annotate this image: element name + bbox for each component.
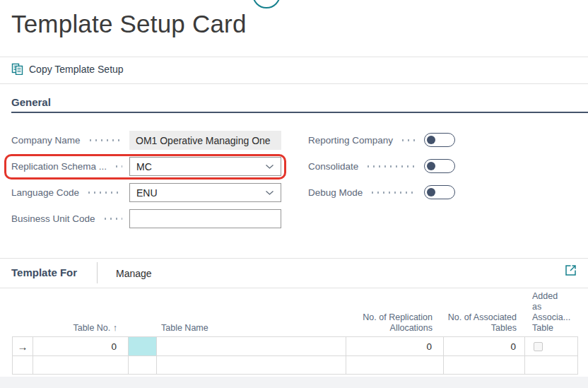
debug-mode-toggle[interactable] [424, 185, 455, 199]
page-title: Template Setup Card [11, 10, 247, 38]
open-in-new-window-icon[interactable] [565, 264, 577, 279]
chevron-down-icon[interactable] [265, 164, 274, 170]
cell-table-no[interactable]: 0 [33, 337, 129, 355]
header-label: as [532, 302, 578, 312]
toggle-knob [427, 162, 435, 170]
language-code-combobox[interactable]: ENU [129, 183, 281, 202]
reporting-company-toggle[interactable] [424, 133, 455, 147]
header-label: Associa... [532, 312, 578, 323]
company-name-field-row: Company Name OM1 Operative Managing One [11, 131, 281, 150]
business-unit-code-label: Business Unit Code [11, 213, 95, 224]
cell-empty [157, 356, 346, 374]
cell-added-as-table[interactable] [525, 337, 578, 355]
page-footer-background [0, 377, 588, 388]
table-header-row: Table No. ↑ Table Name No. of Replicatio… [12, 291, 578, 336]
dotted-leader [114, 165, 122, 167]
divider [0, 83, 588, 84]
toggle-knob [427, 136, 435, 144]
replication-schema-field-row: Replication Schema ... MC [11, 157, 281, 176]
header-label: No. of Replication [346, 312, 433, 323]
copy-template-setup-action[interactable]: Copy Template Setup [11, 63, 124, 75]
business-unit-code-field[interactable] [129, 209, 281, 228]
general-heading-rule [11, 112, 588, 113]
divider [0, 258, 588, 259]
cell-empty [346, 356, 444, 374]
header-label: Table [532, 323, 578, 334]
manage-menu[interactable]: Manage [116, 268, 152, 279]
general-section-heading: General [11, 96, 51, 108]
replication-schema-combobox[interactable]: MC [129, 157, 281, 176]
dotted-leader [370, 192, 417, 194]
company-name-value: OM1 Operative Managing One [129, 131, 281, 150]
dotted-leader [88, 139, 122, 141]
divider [0, 288, 588, 288]
divider [97, 262, 98, 283]
cell-empty [129, 356, 157, 374]
table-row[interactable]: → 0 0 0 [12, 336, 578, 355]
copy-template-setup-label: Copy Template Setup [29, 64, 124, 75]
cell-empty [12, 356, 33, 374]
dotted-leader [365, 165, 417, 167]
language-code-label: Language Code [11, 187, 79, 198]
chevron-down-icon[interactable] [265, 190, 274, 196]
reporting-company-toggle-row: Reporting Company [308, 133, 455, 147]
active-row-arrow-icon: → [12, 337, 33, 355]
reporting-company-label: Reporting Company [308, 135, 393, 146]
business-unit-code-input[interactable] [136, 210, 274, 228]
column-header-added-as-table[interactable]: Added as Associa... Table [525, 291, 578, 339]
column-header-replication-allocations[interactable]: No. of Replication Allocations [346, 312, 444, 339]
business-unit-code-field-row: Business Unit Code [11, 209, 281, 228]
copy-icon [11, 63, 23, 75]
template-setup-card-page: { "page": { "title": "Template Setup Car… [0, 0, 588, 388]
dotted-leader [102, 218, 122, 220]
general-fields-right-column: Reporting Company Consolidate Debug Mode [308, 133, 455, 211]
header-label: Added [532, 291, 578, 302]
page-indicator-circle [252, 0, 281, 8]
cell-empty [33, 356, 129, 374]
consolidate-label: Consolidate [308, 161, 358, 172]
company-name-label: Company Name [11, 135, 81, 146]
general-fields-left-column: Company Name OM1 Operative Managing One … [11, 131, 281, 235]
language-code-field-row: Language Code ENU [11, 183, 281, 202]
template-for-table: Table No. ↑ Table Name No. of Replicatio… [12, 291, 578, 375]
dotted-leader [86, 192, 122, 194]
replication-schema-label: Replication Schema ... [11, 161, 107, 172]
header-label: No. of Associated [444, 312, 517, 323]
cell-empty [525, 356, 578, 374]
column-header-table-no[interactable]: Table No. ↑ [33, 323, 129, 339]
cell-empty [444, 356, 525, 374]
toggle-knob [427, 188, 435, 196]
cell-replication-allocations[interactable]: 0 [346, 337, 444, 355]
replication-schema-value: MC [136, 161, 152, 172]
selected-cell[interactable] [129, 337, 157, 355]
added-as-table-checkbox[interactable] [534, 342, 543, 351]
debug-mode-toggle-row: Debug Mode [308, 185, 455, 199]
cell-associated-tables[interactable]: 0 [444, 337, 525, 355]
column-header-table-name[interactable]: Table Name [157, 323, 346, 339]
header-label: Table No. ↑ [73, 323, 117, 333]
header-label: Table Name [161, 323, 208, 333]
dotted-leader [400, 139, 417, 141]
debug-mode-label: Debug Mode [308, 187, 363, 198]
template-for-section-heading: Template For [11, 266, 77, 278]
divider [0, 57, 588, 57]
language-code-value: ENU [136, 187, 158, 199]
header-label: Tables [444, 323, 517, 334]
table-row-empty[interactable] [12, 355, 578, 375]
consolidate-toggle-row: Consolidate [308, 159, 455, 173]
column-header-associated-tables[interactable]: No. of Associated Tables [444, 312, 525, 339]
cell-table-name[interactable] [157, 337, 346, 355]
consolidate-toggle[interactable] [424, 159, 455, 173]
header-label: Allocations [346, 323, 433, 334]
